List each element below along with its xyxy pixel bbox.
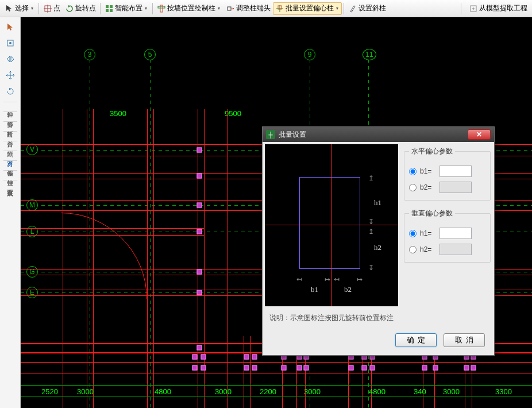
- tool-extend[interactable]: 延伸: [2, 104, 19, 109]
- grip[interactable]: [244, 355, 249, 360]
- beam-line: [204, 109, 205, 408]
- point-button[interactable]: 点: [41, 2, 63, 15]
- separator: [100, 3, 101, 14]
- grip[interactable]: [244, 365, 249, 371]
- axis-bubble: 11: [363, 49, 376, 60]
- left-tool-panel: 延伸 修剪 打断 合并 分割 对齐 偏移 拉伸 设置夹点: [0, 17, 21, 408]
- axis-bubble: G: [26, 266, 38, 278]
- beam-line: [244, 336, 244, 408]
- cursor-icon: [5, 4, 14, 13]
- adjust-end-label: 调整柱端头: [236, 3, 271, 13]
- dialog-footer: 说明：示意图标注按图元旋转前位置标注 确定 取消: [263, 309, 494, 355]
- tool-trim[interactable]: 修剪: [2, 114, 19, 118]
- grip[interactable]: [197, 345, 202, 351]
- grip[interactable]: [252, 365, 257, 371]
- grip[interactable]: [192, 355, 198, 360]
- grip[interactable]: [192, 365, 198, 371]
- separator: [3, 180, 17, 180]
- adjust-end-button[interactable]: 调整柱端头: [223, 2, 273, 15]
- slant-label: 设置斜柱: [358, 3, 386, 13]
- b2-radio[interactable]: [409, 184, 417, 191]
- dim-line: [21, 397, 532, 397]
- param-h1-row: h1=: [409, 228, 485, 239]
- grip[interactable]: [297, 365, 302, 371]
- grip[interactable]: [349, 365, 354, 371]
- axis-bubble: 3: [84, 49, 95, 60]
- slant-icon: [348, 4, 357, 13]
- grip[interactable]: [201, 355, 206, 360]
- h1-input[interactable]: [440, 228, 472, 239]
- b1-input[interactable]: [440, 165, 472, 177]
- h1-label: h1=: [420, 229, 437, 237]
- h2-input[interactable]: [440, 244, 472, 255]
- param-b2-row: b2=: [409, 182, 485, 193]
- select-button[interactable]: 选择 ▾: [2, 2, 37, 15]
- grip[interactable]: [201, 365, 206, 371]
- rotate-point-button[interactable]: 旋转点: [63, 2, 98, 15]
- group-title: 水平偏心参数: [409, 147, 455, 156]
- grip[interactable]: [197, 148, 202, 153]
- main-area: 延伸 修剪 打断 合并 分割 对齐 偏移 拉伸 设置夹点 3 5 9 11: [0, 17, 532, 408]
- axis-bubble: L: [26, 226, 38, 237]
- b2-input[interactable]: [440, 182, 472, 193]
- tool-split[interactable]: 分割: [2, 143, 19, 148]
- grip[interactable]: [197, 270, 202, 275]
- draw-by-wall-label: 按墙位置绘制柱: [167, 3, 215, 13]
- dimension-text: 3000: [77, 387, 94, 396]
- tool-mirror[interactable]: [2, 52, 19, 67]
- beam-line: [147, 109, 148, 408]
- grip[interactable]: [252, 355, 257, 360]
- grip[interactable]: [370, 365, 375, 371]
- grip[interactable]: [304, 365, 309, 371]
- axis-bubble: V: [26, 144, 38, 155]
- slant-button[interactable]: 设置斜柱: [346, 2, 388, 15]
- dimension-text: 4800: [155, 387, 171, 396]
- extract-model-button[interactable]: 从模型提取工程: [467, 2, 530, 15]
- tool-stretch[interactable]: 拉伸: [2, 172, 19, 177]
- beam-line: [21, 228, 205, 229]
- b1-radio[interactable]: [409, 168, 417, 175]
- draw-by-wall-button[interactable]: 按墙位置绘制柱 ▾: [155, 2, 223, 15]
- grip[interactable]: [197, 174, 202, 179]
- drawing-canvas[interactable]: 3 5 9 11 V M L G E 3500 9500: [21, 17, 532, 408]
- batch-offset-button[interactable]: 批量设置偏心柱 ▾: [273, 2, 342, 15]
- tool-move[interactable]: [2, 68, 19, 83]
- grip[interactable]: [422, 365, 427, 371]
- h2-radio[interactable]: [409, 246, 417, 253]
- tool-rotate[interactable]: [2, 84, 19, 99]
- grip[interactable]: [433, 365, 438, 371]
- grip[interactable]: [282, 365, 287, 371]
- tool-pick[interactable]: [2, 36, 19, 51]
- grip[interactable]: [362, 365, 367, 371]
- param-h2-row: h2=: [409, 244, 485, 255]
- tool-break[interactable]: 打断: [2, 124, 19, 128]
- ok-button[interactable]: 确定: [395, 333, 437, 347]
- close-button[interactable]: ✕: [468, 129, 491, 140]
- separator: [3, 151, 17, 151]
- svg-rect-9: [228, 7, 231, 10]
- select-label: 选择: [15, 3, 29, 13]
- dim-tick: ↤: [296, 275, 302, 283]
- grip[interactable]: [197, 290, 202, 295]
- grip[interactable]: [197, 203, 202, 208]
- dialog-titlebar[interactable]: ┼ 批量设置 ✕: [263, 127, 494, 142]
- grip[interactable]: [197, 229, 202, 234]
- toolbar-right: 从模型提取工程: [459, 2, 530, 15]
- dimension-text: 340: [414, 387, 426, 396]
- h1-radio[interactable]: [409, 230, 417, 237]
- grip[interactable]: [471, 365, 476, 371]
- dim-tick: ↧: [368, 218, 374, 226]
- dim-tick: ↦: [357, 275, 363, 283]
- grip[interactable]: [464, 365, 469, 371]
- dimension-text: 2200: [260, 387, 276, 396]
- dropdown-icon: ▾: [144, 4, 148, 13]
- tool-set-grip[interactable]: 设置夹点: [2, 182, 19, 187]
- b2-label: b2=: [420, 183, 437, 191]
- smart-place-button[interactable]: 智能布置 ▾: [102, 2, 151, 15]
- tool-merge[interactable]: 合并: [2, 133, 19, 138]
- tool-cursor[interactable]: [2, 20, 19, 34]
- tool-offset[interactable]: 偏移: [2, 163, 19, 167]
- tool-align[interactable]: 对齐: [2, 153, 19, 157]
- cancel-button[interactable]: 取消: [444, 333, 485, 347]
- dropdown-icon: ▾: [30, 4, 34, 13]
